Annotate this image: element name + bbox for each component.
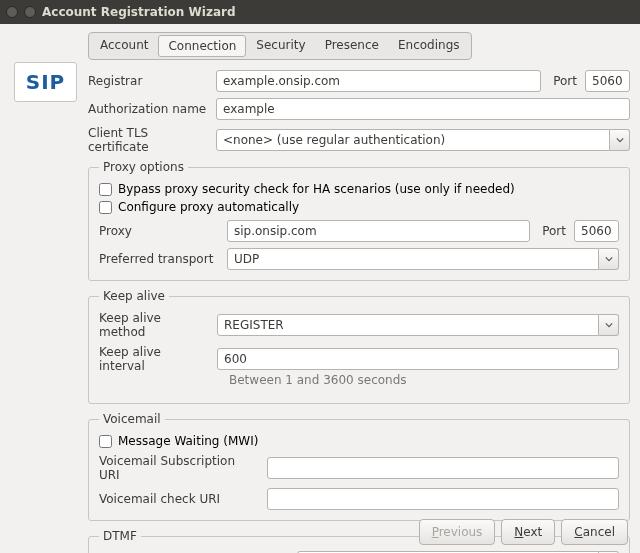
keepalive-fieldset: Keep alive Keep alive method Keep alive … (88, 289, 630, 404)
mwi-label: Message Waiting (MWI) (118, 434, 258, 448)
registrar-port-label: Port (553, 74, 577, 88)
registrar-label: Registrar (88, 74, 208, 88)
chevron-down-icon[interactable] (599, 314, 619, 336)
tab-presence[interactable]: Presence (316, 35, 388, 57)
tab-security[interactable]: Security (247, 35, 314, 57)
keepalive-legend: Keep alive (99, 289, 169, 303)
vm-sub-label: Voicemail Subscription URI (99, 454, 259, 482)
autoconf-checkbox-row[interactable]: Configure proxy automatically (99, 200, 619, 214)
tls-value[interactable] (216, 129, 610, 151)
content: SIP Account Connection Security Presence… (0, 24, 640, 553)
auth-input[interactable] (216, 98, 630, 120)
proxy-input[interactable] (227, 220, 530, 242)
next-button[interactable]: Next (501, 519, 555, 545)
ka-method-label: Keep alive method (99, 311, 209, 339)
bypass-checkbox[interactable] (99, 183, 112, 196)
ka-hint: Between 1 and 3600 seconds (229, 373, 619, 387)
preferred-value[interactable] (227, 248, 599, 270)
sip-logo: SIP (14, 62, 77, 102)
proxy-label: Proxy (99, 224, 219, 238)
ka-interval-input[interactable] (217, 348, 619, 370)
vm-chk-input[interactable] (267, 488, 619, 510)
tls-label: Client TLS certificate (88, 126, 208, 154)
preferred-combo[interactable] (227, 248, 619, 270)
chevron-down-icon[interactable] (599, 248, 619, 270)
chevron-down-icon[interactable] (610, 129, 630, 151)
mwi-checkbox-row[interactable]: Message Waiting (MWI) (99, 434, 619, 448)
registrar-port-input[interactable] (585, 70, 630, 92)
voicemail-fieldset: Voicemail Message Waiting (MWI) Voicemai… (88, 412, 630, 521)
vm-sub-input[interactable] (267, 457, 619, 479)
ka-method-combo[interactable] (217, 314, 619, 336)
titlebar: Account Registration Wizard (0, 0, 640, 24)
ka-interval-label: Keep alive interval (99, 345, 209, 373)
vm-chk-label: Voicemail check URI (99, 492, 259, 506)
close-icon[interactable] (6, 6, 18, 18)
bypass-checkbox-row[interactable]: Bypass proxy security check for HA scena… (99, 182, 619, 196)
proxy-legend: Proxy options (99, 160, 188, 174)
registrar-input[interactable] (216, 70, 541, 92)
tls-combo[interactable] (216, 129, 630, 151)
proxy-port-label: Port (542, 224, 566, 238)
dtmf-legend: DTMF (99, 529, 141, 543)
proxy-fieldset: Proxy options Bypass proxy security chec… (88, 160, 630, 281)
ka-method-value[interactable] (217, 314, 599, 336)
voicemail-legend: Voicemail (99, 412, 165, 426)
preferred-label: Preferred transport (99, 252, 219, 266)
tab-bar: Account Connection Security Presence Enc… (88, 32, 472, 60)
tab-encodings[interactable]: Encodings (389, 35, 469, 57)
proxy-port-input[interactable] (574, 220, 619, 242)
cancel-button[interactable]: Cancel (561, 519, 628, 545)
connection-panel: Registrar Port Authorization name Client… (88, 70, 630, 553)
autoconf-checkbox[interactable] (99, 201, 112, 214)
tab-connection[interactable]: Connection (158, 35, 246, 57)
bypass-label: Bypass proxy security check for HA scena… (118, 182, 515, 196)
mwi-checkbox[interactable] (99, 435, 112, 448)
previous-button: Previous (419, 519, 496, 545)
auth-label: Authorization name (88, 102, 208, 116)
autoconf-label: Configure proxy automatically (118, 200, 299, 214)
minimize-icon[interactable] (24, 6, 36, 18)
footer-buttons: Previous Next Cancel (419, 519, 628, 545)
window-title: Account Registration Wizard (42, 5, 236, 19)
tab-account[interactable]: Account (91, 35, 157, 57)
